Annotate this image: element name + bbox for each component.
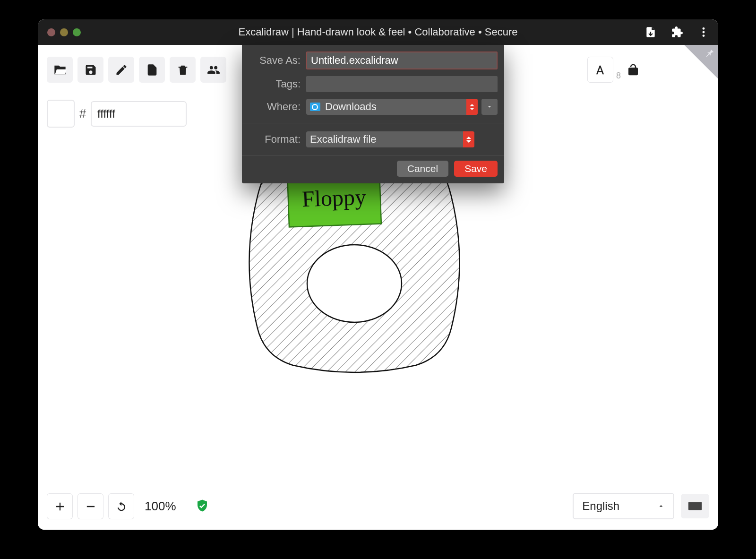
pushpin-icon bbox=[705, 48, 715, 60]
language-label: English bbox=[582, 499, 619, 513]
select-stepper-icon bbox=[463, 131, 474, 147]
language-select[interactable]: English bbox=[573, 493, 674, 519]
svg-point-1 bbox=[703, 31, 705, 34]
chevron-up-icon bbox=[657, 502, 665, 510]
color-swatch[interactable] bbox=[47, 100, 75, 128]
encryption-shield-icon[interactable] bbox=[195, 499, 209, 515]
save-as-label: Save As: bbox=[242, 54, 306, 67]
expand-browser-button[interactable] bbox=[481, 99, 498, 115]
reset-zoom-button[interactable] bbox=[108, 493, 134, 519]
zoom-in-button[interactable] bbox=[47, 493, 73, 519]
save-as-input[interactable] bbox=[306, 52, 498, 69]
file-toolbar bbox=[47, 57, 226, 83]
format-select[interactable]: Excalidraw file bbox=[306, 131, 474, 147]
format-label: Format: bbox=[242, 133, 306, 146]
keyboard-shortcuts-button[interactable] bbox=[681, 494, 709, 518]
kebab-menu-icon[interactable] bbox=[697, 26, 710, 38]
window-close-button[interactable] bbox=[47, 28, 55, 36]
folder-icon bbox=[310, 103, 320, 111]
zoom-out-button[interactable] bbox=[77, 493, 103, 519]
tags-label: Tags: bbox=[242, 78, 306, 90]
window-zoom-button[interactable] bbox=[73, 28, 81, 36]
tags-input[interactable] bbox=[306, 76, 498, 92]
hash-label: # bbox=[75, 106, 91, 121]
svg-point-2 bbox=[703, 34, 705, 37]
download-icon[interactable] bbox=[644, 26, 657, 38]
zoom-level-label: 100% bbox=[139, 499, 182, 514]
where-label: Where: bbox=[242, 101, 306, 113]
lock-button[interactable] bbox=[626, 63, 640, 79]
svg-point-4 bbox=[307, 245, 402, 322]
export-button[interactable] bbox=[139, 57, 165, 83]
cancel-button[interactable]: Cancel bbox=[397, 161, 448, 177]
confirm-save-button[interactable]: Save bbox=[454, 161, 498, 177]
tool-shortcut-label: 8 bbox=[616, 71, 621, 83]
bottom-left-controls: 100% bbox=[47, 493, 209, 519]
collaborate-button[interactable] bbox=[200, 57, 226, 83]
where-value: Downloads bbox=[325, 101, 377, 113]
save-dialog: Save As: Tags: Where: Downloads bbox=[242, 45, 504, 183]
window-minimize-button[interactable] bbox=[60, 28, 68, 36]
open-button[interactable] bbox=[47, 57, 73, 83]
titlebar: Excalidraw | Hand-drawn look & feel • Co… bbox=[38, 19, 718, 45]
window-title: Excalidraw | Hand-drawn look & feel • Co… bbox=[239, 26, 518, 38]
text-tool-button[interactable] bbox=[587, 57, 613, 83]
hex-input[interactable] bbox=[91, 101, 187, 127]
bottom-right-controls: English bbox=[573, 493, 709, 519]
save-as-button[interactable] bbox=[108, 57, 134, 83]
where-select[interactable]: Downloads bbox=[306, 99, 478, 115]
color-input-group: # bbox=[47, 100, 187, 128]
extension-icon[interactable] bbox=[671, 26, 683, 38]
svg-point-0 bbox=[703, 27, 705, 30]
drawing-label-text: Floppy bbox=[301, 184, 367, 212]
save-button[interactable] bbox=[77, 57, 103, 83]
trash-button[interactable] bbox=[170, 57, 196, 83]
traffic-lights bbox=[47, 28, 81, 36]
format-value: Excalidraw file bbox=[310, 133, 377, 146]
select-stepper-icon bbox=[466, 99, 478, 115]
browser-window: Excalidraw | Hand-drawn look & feel • Co… bbox=[38, 19, 718, 530]
